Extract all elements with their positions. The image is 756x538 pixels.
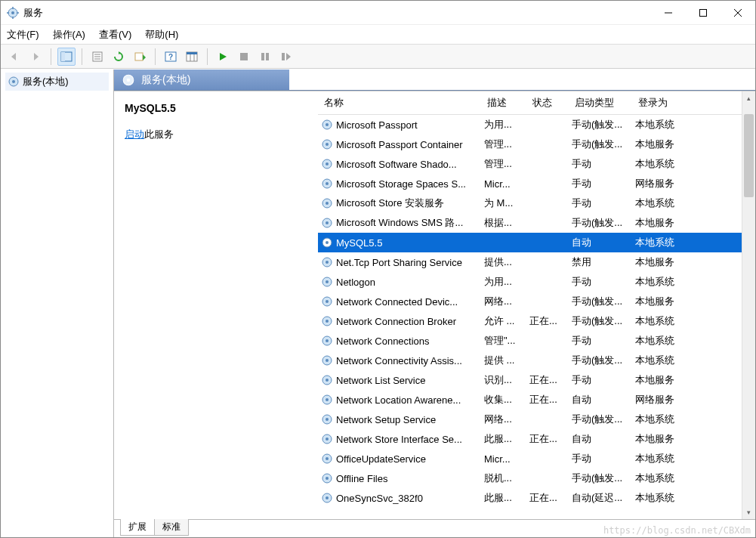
gear-icon xyxy=(321,178,333,190)
service-row[interactable]: OfficeUpdateServiceMicr...手动本地系统 xyxy=(318,449,742,468)
service-row[interactable]: OneSyncSvc_382f0此服...正在...自动(延迟...本地系统 xyxy=(318,488,742,508)
cell-status xyxy=(526,134,569,154)
cell-status: 正在... xyxy=(526,390,569,410)
cell-logon: 本地系统 xyxy=(632,272,697,292)
cell-desc: 管理... xyxy=(481,134,526,154)
service-row[interactable]: Net.Tcp Port Sharing Service提供...禁用本地服务 xyxy=(318,252,742,272)
selected-service-name: MySQL5.5 xyxy=(125,102,307,114)
cell-desc: 此服... xyxy=(481,429,526,449)
panel-title: 服务(本地) xyxy=(141,73,190,87)
svg-marker-20 xyxy=(143,54,146,60)
cell-startup: 手动 xyxy=(569,193,632,213)
service-row[interactable]: Offline Files脱机...手动(触发...本地系统 xyxy=(318,468,742,488)
cell-status: 正在... xyxy=(526,311,569,331)
service-row[interactable]: Network Setup Service网络...手动(触发...本地系统 xyxy=(318,410,742,429)
menu-file[interactable]: 文件(F) xyxy=(7,28,39,42)
cell-logon: 本地系统 xyxy=(632,410,697,429)
tab-extended[interactable]: 扩展 xyxy=(120,519,155,536)
col-name[interactable]: 名称 xyxy=(318,91,481,114)
cell-name: Microsoft Software Shado... xyxy=(318,154,481,174)
properties-button[interactable] xyxy=(88,48,106,66)
svg-point-38 xyxy=(326,123,329,126)
service-row[interactable]: Microsoft Passport为用...手动(触发...本地系统 xyxy=(318,115,742,134)
close-button[interactable] xyxy=(721,1,755,25)
export-list-button[interactable] xyxy=(131,48,149,66)
help-button[interactable]: ? xyxy=(162,48,180,66)
start-service-link-row: 启动此服务 xyxy=(125,128,307,141)
gear-icon xyxy=(321,315,333,327)
menu-help[interactable]: 帮助(H) xyxy=(145,28,178,42)
cell-status xyxy=(526,174,569,193)
svg-point-44 xyxy=(326,182,329,185)
cell-startup: 自动 xyxy=(569,390,632,410)
cell-startup: 自动(延迟... xyxy=(569,488,632,508)
svg-point-36 xyxy=(127,78,131,82)
service-row[interactable]: Microsoft Storage Spaces S...Micr...手动网络… xyxy=(318,174,742,193)
show-hide-tree-button[interactable] xyxy=(57,48,76,66)
columns-button[interactable] xyxy=(183,48,201,66)
svg-point-56 xyxy=(326,300,329,303)
svg-marker-32 xyxy=(286,53,291,60)
cell-desc: 根据... xyxy=(481,213,526,233)
cell-logon: 本地系统 xyxy=(632,468,697,488)
service-row[interactable]: Microsoft Software Shado...管理...手动本地系统 xyxy=(318,154,742,174)
pause-service-button[interactable] xyxy=(256,48,274,66)
cell-status xyxy=(526,213,569,233)
start-service-button[interactable] xyxy=(214,48,232,66)
service-row[interactable]: Network Connection Broker允许 ...正在...手动(触… xyxy=(318,311,742,331)
tree-node-services-local[interactable]: 服务(本地) xyxy=(5,73,109,91)
back-button[interactable] xyxy=(5,48,23,66)
service-row[interactable]: Network Store Interface Se...此服...正在...自… xyxy=(318,429,742,449)
cell-desc: 为用... xyxy=(481,272,526,292)
service-row[interactable]: Network List Service识别...正在...手动本地服务 xyxy=(318,370,742,390)
service-row[interactable]: Microsoft Passport Container管理...手动(触发..… xyxy=(318,134,742,154)
service-row[interactable]: Microsoft Windows SMS 路...根据...手动(触发...本… xyxy=(318,213,742,233)
refresh-button[interactable] xyxy=(110,48,128,66)
svg-point-1 xyxy=(11,11,14,14)
tab-standard[interactable]: 标准 xyxy=(155,519,189,536)
start-service-link[interactable]: 启动 xyxy=(125,128,144,140)
scroll-up-button[interactable]: ▴ xyxy=(742,91,755,105)
col-logon[interactable]: 登录为 xyxy=(632,91,697,114)
svg-point-74 xyxy=(326,477,329,480)
service-row[interactable]: Network Connectivity Assis...提供 ...手动(触发… xyxy=(318,351,742,370)
service-row[interactable]: Microsoft Store 安装服务为 M...手动本地系统 xyxy=(318,193,742,213)
minimize-button[interactable] xyxy=(651,1,686,25)
cell-status xyxy=(526,252,569,272)
menu-action[interactable]: 操作(A) xyxy=(53,28,85,42)
col-startup[interactable]: 启动类型 xyxy=(569,91,632,114)
cell-logon: 本地服务 xyxy=(632,252,697,272)
cell-status xyxy=(526,233,569,252)
scroll-thumb[interactable] xyxy=(744,114,754,197)
col-desc[interactable]: 描述 xyxy=(481,91,526,114)
cell-startup: 自动 xyxy=(569,429,632,449)
svg-point-60 xyxy=(326,339,329,342)
forward-button[interactable] xyxy=(26,48,45,66)
service-row[interactable]: Network Connected Devic...网络...手动(触发...本… xyxy=(318,292,742,311)
stop-service-button[interactable] xyxy=(235,48,253,66)
svg-text:?: ? xyxy=(168,53,173,61)
service-row[interactable]: MySQL5.5自动本地系统 xyxy=(318,233,742,252)
cell-status: 正在... xyxy=(526,429,569,449)
service-row[interactable]: Network Location Awarene...收集...正在...自动网… xyxy=(318,390,742,410)
col-status[interactable]: 状态 xyxy=(526,91,569,114)
menu-view[interactable]: 查看(V) xyxy=(99,28,131,42)
list-header[interactable]: 名称 描述 状态 启动类型 登录为 xyxy=(318,91,742,115)
cell-name: Netlogon xyxy=(318,272,481,292)
service-row[interactable]: Network Connections管理"...手动本地系统 xyxy=(318,331,742,351)
service-row[interactable]: Netlogon为用...手动本地系统 xyxy=(318,272,742,292)
service-list[interactable]: 名称 描述 状态 启动类型 登录为 Microsoft Passport为用..… xyxy=(318,91,742,519)
cell-desc: 为 M... xyxy=(481,193,526,213)
cell-desc: Micr... xyxy=(481,449,526,468)
restart-service-button[interactable] xyxy=(277,48,295,66)
gear-icon xyxy=(321,197,333,209)
maximize-button[interactable] xyxy=(686,1,721,25)
vertical-scrollbar[interactable]: ▴ ▾ xyxy=(742,91,755,519)
cell-startup: 手动 xyxy=(569,449,632,468)
svg-point-48 xyxy=(326,221,329,224)
gear-icon xyxy=(321,374,333,386)
gear-icon xyxy=(321,295,333,308)
scroll-down-button[interactable]: ▾ xyxy=(742,506,755,519)
cell-name: Network Connected Devic... xyxy=(318,292,481,311)
cell-startup: 手动 xyxy=(569,331,632,351)
